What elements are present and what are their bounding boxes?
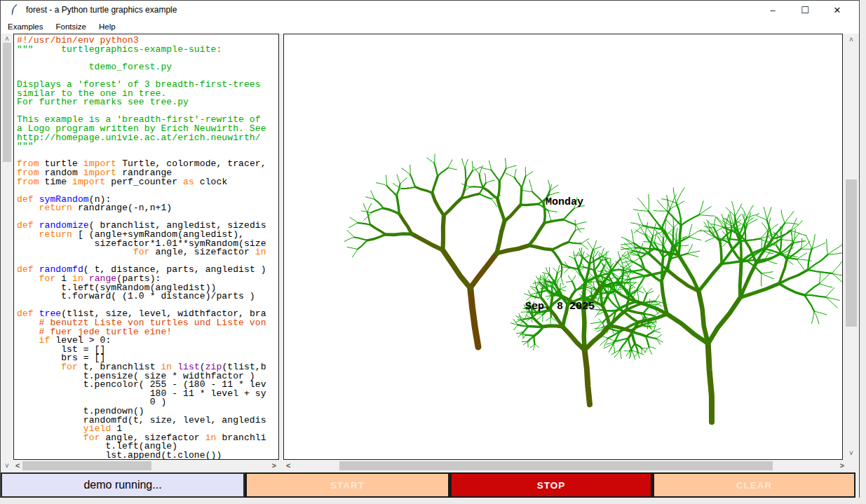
scroll-left-icon[interactable]: < <box>286 461 290 471</box>
minimize-button[interactable]: – <box>757 5 789 15</box>
canvas-vertical-scrollbar[interactable]: ˄ ˅ <box>844 34 858 460</box>
code-text: #!/usr/bin/env python3""" turtlegraphics… <box>17 36 266 460</box>
title-bar[interactable]: forest - a Python turtle graphics exampl… <box>1 1 859 19</box>
start-button[interactable]: START <box>245 472 449 498</box>
maximize-button[interactable]: ☐ <box>789 5 821 15</box>
stop-button[interactable]: STOP <box>449 472 652 498</box>
scroll-up-icon[interactable]: ˄ <box>844 36 858 43</box>
window-title: forest - a Python turtle graphics exampl… <box>26 5 177 15</box>
code-vertical-scrollbar[interactable]: ˄ ˅ <box>1 34 13 472</box>
clear-button[interactable]: CLEAR <box>652 472 855 498</box>
canvas-hscroll-thumb[interactable] <box>339 461 773 470</box>
canvas-annotation-1: Sep. 8 2025 <box>525 301 595 313</box>
menu-examples[interactable]: Examples <box>2 21 49 32</box>
code-horizontal-scrollbar[interactable]: < > <box>13 460 278 472</box>
canvas-horizontal-scrollbar[interactable]: < > <box>283 460 847 472</box>
code-hscroll-thumb[interactable] <box>22 461 151 470</box>
scroll-right-icon[interactable]: > <box>840 461 844 471</box>
code-panel[interactable]: #!/usr/bin/env python3""" turtlegraphics… <box>13 34 279 460</box>
turtledemo-window: forest - a Python turtle graphics exampl… <box>0 0 860 498</box>
turtle-canvas[interactable]: Monday Sep. 8 2025 <box>283 34 843 460</box>
status-label: demo running... <box>1 472 245 498</box>
demo-control-bar: demo running... START STOP CLEAR <box>1 472 859 498</box>
scroll-up-icon[interactable]: ˄ <box>1 36 13 43</box>
scroll-down-icon[interactable]: ˅ <box>1 463 13 470</box>
python-feather-icon <box>10 4 20 15</box>
code-vscroll-thumb[interactable] <box>3 43 11 162</box>
close-button[interactable]: ✕ <box>821 5 853 15</box>
menu-bar: Examples Fontsize Help <box>1 19 859 34</box>
scroll-right-icon[interactable]: > <box>272 461 276 471</box>
canvas-vscroll-thumb[interactable] <box>846 179 857 327</box>
scroll-left-icon[interactable]: < <box>15 461 20 471</box>
menu-help[interactable]: Help <box>93 21 121 32</box>
scroll-down-icon[interactable]: ˅ <box>844 450 858 457</box>
canvas-annotation-0: Monday <box>546 196 583 208</box>
menu-fontsize[interactable]: Fontsize <box>50 21 92 32</box>
turtle-drawing <box>284 34 842 459</box>
